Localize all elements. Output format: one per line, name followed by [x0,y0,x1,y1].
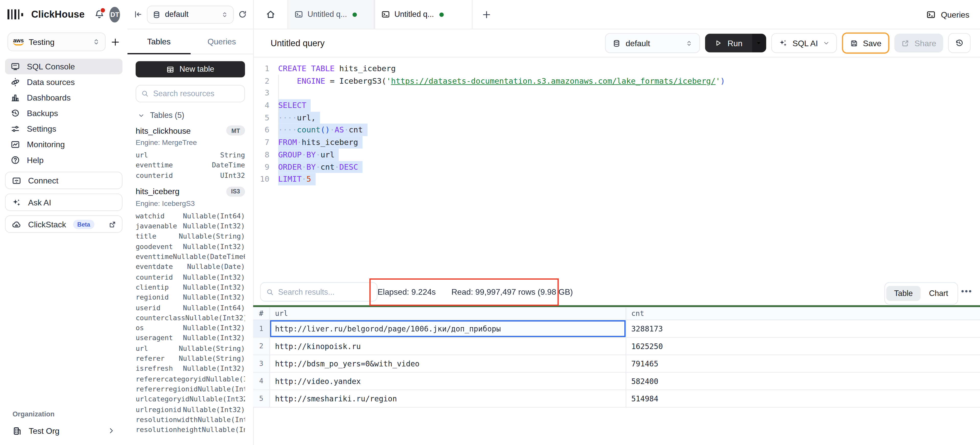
sidebar-item-sql-console[interactable]: SQL Console [5,59,123,74]
code-line-2[interactable]: 2 ENGINE = IcebergS3('https://datasets-d… [253,75,980,87]
run-button-main[interactable]: Run [705,34,752,52]
row-index: 3 [253,355,270,372]
workspace-selector[interactable]: aws Testing [7,32,105,51]
code-line-9[interactable]: 9ORDER·BY·cnt·DESC [253,161,980,173]
code-line-1[interactable]: 1CREATE TABLE hits_iceberg [253,63,980,75]
code-line-6[interactable]: 6····count()·AS·cnt [253,124,980,136]
url-cell[interactable]: http://smeshariki.ru/region [270,390,626,407]
table-item-hits_clickhouse[interactable]: hits_clickhouseMT [136,125,245,136]
share-label: Share [915,38,936,48]
column-row: refererregionidNullable(Int [136,385,245,395]
avatar[interactable]: DT [110,6,120,22]
database-icon [612,39,621,47]
code-line-7[interactable]: 7FROM·hits_iceberg [253,136,980,149]
sidebar-item-data-sources[interactable]: Data sources [5,74,123,90]
result-row-2[interactable]: 2http://kinopoisk.ru1625250 [253,338,980,355]
sidebar-item-settings[interactable]: Settings [5,121,123,137]
row-index: 2 [253,338,270,355]
sidebar-item-label: Monitoring [27,140,65,149]
query-title[interactable]: Untitled query [270,38,600,48]
toggle-table[interactable]: Table [886,286,921,301]
code-token: cnt [349,125,363,135]
query-tab-1[interactable]: Untitled q... [287,0,374,29]
refresh-icon[interactable] [238,10,247,19]
save-button[interactable]: Save [842,32,889,54]
engine-badge: MT [226,125,245,136]
column-name: isrefresh [136,364,173,374]
sql-editor[interactable]: 1CREATE TABLE hits_iceberg2 ENGINE = Ice… [253,57,980,278]
url-cell[interactable]: http://video.yandex [270,373,626,390]
sidebar-item-clickstack[interactable]: ClickStackBeta [5,215,123,233]
new-table-button[interactable]: New table [136,61,245,78]
toggle-chart[interactable]: Chart [921,286,956,301]
collapse-panel-icon[interactable] [134,10,143,19]
run-button[interactable]: Run [705,34,766,52]
cnt-cell[interactable]: 1625250 [626,338,980,355]
sidebar-item-ask-ai[interactable]: Ask AI [5,193,123,211]
results-more-button[interactable]: ••• [961,287,972,296]
tab-queries[interactable]: Queries [190,29,253,54]
line-number: 4 [253,99,278,111]
search-results-input[interactable]: Search results... [260,282,378,302]
url-cell[interactable]: http://liver.ru/belgorod/page/1006.jки/д… [270,320,626,337]
code-line-10[interactable]: 10LIMIT·5 [253,173,980,185]
code-token: · [316,162,320,171]
add-service-button[interactable] [111,37,120,47]
database-selector[interactable]: default [147,5,234,24]
column-name: goodevent [136,242,173,252]
sidebar-item-help[interactable]: Help [5,152,123,168]
column-type: Nullable(Int64) [183,303,245,314]
tables-group-header[interactable]: Tables (5) [136,111,245,120]
code-line-4[interactable]: 4SELECT [253,99,980,111]
beta-badge: Beta [73,219,94,229]
table-grid-icon [166,65,175,73]
sidebar-item-label: Ask AI [28,198,51,207]
sql-ai-button[interactable]: SQL AI [771,33,837,53]
column-type: Nullable(Int32) [183,242,245,252]
column-name: title [136,232,156,242]
connect-icon [12,176,21,185]
cnt-cell[interactable]: 582400 [626,373,980,390]
column-name: urlcategoryid [136,395,189,405]
chevron-down-icon [138,112,144,119]
result-row-5[interactable]: 5http://smeshariki.ru/region514984 [253,390,980,408]
tab-tables[interactable]: Tables [127,29,190,54]
col-header-url[interactable]: url [270,307,626,320]
notifications-bell-icon[interactable] [94,10,105,19]
share-button[interactable]: Share [895,34,943,52]
search-resources-input[interactable]: Search resources [136,85,245,103]
col-header-index[interactable]: # [253,307,270,320]
cnt-cell[interactable]: 791465 [626,355,980,372]
queries-button[interactable]: Queries [916,0,980,29]
result-row-3[interactable]: 3http://bdsm_po_yers=0&with_video791465 [253,355,980,373]
run-options-chevron[interactable] [752,34,766,52]
code-line-5[interactable]: 5····url, [253,111,980,124]
query-history-button[interactable] [948,33,970,53]
new-tab-button[interactable] [473,0,501,29]
column-type: Nullable(Int [198,415,245,425]
backup-icon [11,109,20,118]
home-icon[interactable] [253,0,288,29]
sidebar-item-connect[interactable]: Connect [5,172,123,189]
col-header-cnt[interactable]: cnt [626,307,980,320]
query-tab-2-active[interactable]: Untitled q... [374,0,473,29]
cnt-cell[interactable]: 514984 [626,390,980,407]
sidebar-item-monitoring[interactable]: Monitoring [5,137,123,152]
result-row-4[interactable]: 4http://video.yandex582400 [253,373,980,390]
sidebar-item-label: ClickStack [28,219,66,229]
url-cell[interactable]: http://kinopoisk.ru [270,338,626,355]
result-row-1[interactable]: 1http://liver.ru/belgorod/page/1006.jки/… [253,320,980,338]
editor-database-selector[interactable]: default [605,33,700,53]
code-line-8[interactable]: 8GROUP·BY·url [253,149,980,161]
table-item-hits_iceberg[interactable]: hits_icebergIS3 [136,187,245,196]
queries-button-label: Queries [941,10,969,19]
code-line-3[interactable]: 3 [253,87,980,99]
cnt-cell[interactable]: 3288173 [626,320,980,337]
sidebar-item-backups[interactable]: Backups [5,105,123,121]
sidebar-item-dashboards[interactable]: Dashboards [5,90,123,105]
org-switcher[interactable]: Test Org [0,423,127,439]
url-cell[interactable]: http://bdsm_po_yers=0&with_video [270,355,626,372]
search-resources-placeholder: Search resources [153,89,214,98]
workspace-name: Testing [29,37,88,47]
column-name: useragent [136,334,173,344]
